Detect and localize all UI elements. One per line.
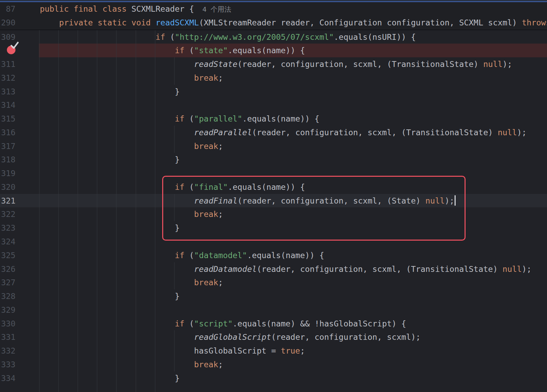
- code-line-text[interactable]: if ("state".equals(name)) {: [38, 44, 547, 57]
- code-token: readSCXML: [156, 18, 199, 27]
- code-line[interactable]: 319: [0, 166, 547, 180]
- code-line[interactable]: 315 if ("parallel".equals(name)) {: [0, 112, 547, 126]
- code-line[interactable]: 323 }: [0, 221, 547, 235]
- code-line-text[interactable]: if ("http://www.w3.org/2005/07/scxml".eq…: [38, 30, 547, 44]
- code-token: }: [40, 155, 180, 164]
- code-line[interactable]: 328 }: [0, 289, 547, 303]
- line-number[interactable]: 324: [0, 235, 38, 249]
- code-line-text[interactable]: readState(reader, configuration, scxml, …: [38, 57, 547, 71]
- line-number[interactable]: 87: [0, 2, 38, 16]
- code-line-text[interactable]: break;: [38, 207, 547, 221]
- code-line[interactable]: 316 readParallel(reader, configuration, …: [0, 126, 547, 139]
- line-number[interactable]: 321: [0, 194, 38, 208]
- code-line[interactable]: 329: [0, 303, 547, 317]
- line-number[interactable]: 333: [0, 358, 38, 371]
- line-number[interactable]: 311: [0, 57, 38, 71]
- line-number[interactable]: 326: [0, 262, 38, 276]
- code-token: [40, 360, 194, 369]
- code-line-text[interactable]: public final class SCXMLReader { 4 个用法: [38, 2, 547, 16]
- code-line[interactable]: 318 }: [0, 153, 547, 166]
- code-line[interactable]: 290 private static void readSCXML(XMLStr…: [0, 16, 547, 30]
- code-line-text[interactable]: readFinal(reader, configuration, scxml, …: [38, 194, 547, 208]
- line-number[interactable]: 328: [0, 289, 38, 303]
- code-line-text[interactable]: }: [38, 153, 547, 166]
- code-line[interactable]: 311 readState(reader, configuration, scx…: [0, 57, 547, 71]
- code-line-text[interactable]: break;: [38, 71, 547, 85]
- line-number[interactable]: 325: [0, 249, 38, 262]
- code-line[interactable]: 87public final class SCXMLReader { 4 个用法: [0, 2, 547, 16]
- code-line-text[interactable]: }: [38, 85, 547, 99]
- code-line-text[interactable]: [38, 235, 547, 249]
- line-number[interactable]: [0, 44, 38, 57]
- line-number[interactable]: 318: [0, 153, 38, 166]
- line-number[interactable]: 322: [0, 207, 38, 221]
- code-token: (: [185, 114, 194, 123]
- code-line[interactable]: 324: [0, 235, 547, 249]
- code-line-text[interactable]: break;: [38, 139, 547, 153]
- code-token: if: [175, 251, 185, 260]
- code-token: [40, 264, 194, 274]
- line-number[interactable]: 319: [0, 166, 38, 180]
- code-line[interactable]: 325 if ("datamodel".equals(name)) {: [0, 249, 547, 262]
- code-lines: 309 if ("http://www.w3.org/2005/07/scxml…: [0, 30, 547, 385]
- code-line[interactable]: 334 }: [0, 371, 547, 385]
- code-line-text[interactable]: }: [38, 221, 547, 235]
- line-number[interactable]: 316: [0, 126, 38, 139]
- code-line-text[interactable]: if ("final".equals(name)) {: [38, 180, 547, 194]
- line-number[interactable]: 320: [0, 180, 38, 194]
- code-line-text[interactable]: private static void readSCXML(XMLStreamR…: [38, 16, 547, 30]
- code-line[interactable]: 326 readDatamodel(reader, configuration,…: [0, 262, 547, 276]
- code-line-text[interactable]: if ("script".equals(name) && !hasGlobalS…: [38, 317, 547, 331]
- line-number[interactable]: 323: [0, 221, 38, 235]
- line-number[interactable]: 312: [0, 71, 38, 85]
- code-line-text[interactable]: readParallel(reader, configuration, scxm…: [38, 126, 547, 139]
- line-number[interactable]: 331: [0, 330, 38, 344]
- code-line[interactable]: 331 readGlobalScript(reader, configurati…: [0, 330, 547, 344]
- code-line-text[interactable]: break;: [38, 358, 547, 371]
- code-line[interactable]: 322 break;: [0, 207, 547, 221]
- line-number[interactable]: 309: [0, 30, 38, 44]
- line-number[interactable]: 330: [0, 317, 38, 331]
- code-line-text[interactable]: }: [38, 371, 547, 385]
- text-caret: [455, 195, 456, 206]
- code-line[interactable]: 327 break;: [0, 276, 547, 289]
- code-line[interactable]: 313 }: [0, 85, 547, 99]
- line-number[interactable]: 315: [0, 112, 38, 126]
- code-line-text[interactable]: [38, 303, 547, 317]
- code-token: readFinal: [194, 196, 237, 205]
- code-line[interactable]: 332 hasGlobalScript = true;: [0, 344, 547, 358]
- code-line[interactable]: 314: [0, 98, 547, 112]
- code-line[interactable]: 312 break;: [0, 71, 547, 85]
- code-token: [40, 46, 175, 55]
- code-token: (reader, configuration, scxml, (State): [237, 196, 425, 205]
- code-line-text[interactable]: [38, 98, 547, 112]
- code-line-text[interactable]: hasGlobalScript = true;: [38, 344, 547, 358]
- line-number[interactable]: 290: [0, 16, 38, 30]
- code-line-text[interactable]: if ("parallel".equals(name)) {: [38, 112, 547, 126]
- code-line[interactable]: 321 readFinal(reader, configuration, scx…: [0, 194, 547, 208]
- code-line[interactable]: 320 if ("final".equals(name)) {: [0, 180, 547, 194]
- code-token: ;: [218, 278, 223, 287]
- code-line-text[interactable]: if ("datamodel".equals(name)) {: [38, 249, 547, 262]
- code-line[interactable]: if ("state".equals(name)) {: [0, 44, 547, 57]
- editor-window: 87public final class SCXMLReader { 4 个用法…: [0, 0, 547, 392]
- line-number[interactable]: 314: [0, 98, 38, 112]
- code-line-text[interactable]: [38, 166, 547, 180]
- line-number[interactable]: 334: [0, 371, 38, 385]
- line-number[interactable]: 329: [0, 303, 38, 317]
- code-line-text[interactable]: readGlobalScript(reader, configuration, …: [38, 330, 547, 344]
- code-line[interactable]: 330 if ("script".equals(name) && !hasGlo…: [0, 317, 547, 331]
- code-line-text[interactable]: }: [38, 289, 547, 303]
- code-line-text[interactable]: break;: [38, 276, 547, 289]
- code-token: readState: [194, 59, 237, 69]
- code-token: .equals(name)) {: [247, 251, 324, 260]
- code-line-text[interactable]: readDatamodel(reader, configuration, scx…: [38, 262, 547, 276]
- line-number[interactable]: 332: [0, 344, 38, 358]
- code-line[interactable]: 333 break;: [0, 358, 547, 371]
- editor-body[interactable]: 309 if ("http://www.w3.org/2005/07/scxml…: [0, 30, 547, 392]
- code-line[interactable]: 309 if ("http://www.w3.org/2005/07/scxml…: [0, 30, 547, 44]
- line-number[interactable]: 317: [0, 139, 38, 153]
- line-number[interactable]: 313: [0, 85, 38, 99]
- line-number[interactable]: 327: [0, 276, 38, 289]
- code-line[interactable]: 317 break;: [0, 139, 547, 153]
